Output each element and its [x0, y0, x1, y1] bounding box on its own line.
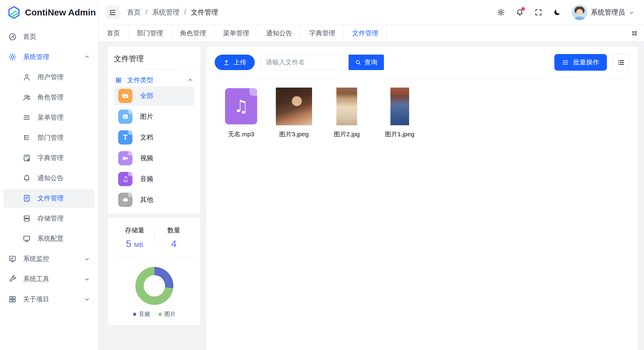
file-grid: ♫ 无名.mp3 图片3.jpeg 图片2.jpg: [215, 87, 629, 138]
image-thumbnail: [276, 88, 312, 125]
file-item-image-1[interactable]: 图片1.jpeg: [373, 87, 426, 138]
file-type-label: 其他: [140, 195, 153, 204]
user-menu[interactable]: 系统管理员: [572, 5, 634, 20]
page-content: 文件管理 文件类型 全部: [99, 42, 644, 350]
sidebar-collapse-button[interactable]: [106, 6, 119, 19]
storage-icon: [23, 214, 31, 223]
query-button[interactable]: 查询: [349, 55, 384, 70]
sidebar: ContiNew Admin 首页 系统管理: [0, 0, 99, 350]
tab-actions-grid-icon[interactable]: [625, 25, 644, 42]
dark-mode-moon-icon[interactable]: [553, 8, 561, 16]
file-item-image-2[interactable]: 图片2.jpg: [320, 87, 373, 138]
storage-stats-card: 存储量 5 MB 数量 4 音频: [108, 218, 200, 325]
grid-icon: [8, 295, 17, 303]
sidebar-item-system-monitor[interactable]: 系统监控: [4, 249, 95, 268]
avatar: [572, 5, 587, 20]
tab-menu-management[interactable]: 菜单管理: [215, 25, 258, 42]
file-item-audio[interactable]: ♫ 无名.mp3: [215, 87, 268, 138]
file-type-item-other[interactable]: 其他: [114, 190, 194, 209]
file-type-label: 音频: [140, 175, 153, 183]
music-icon: ♫: [118, 172, 132, 186]
file-type-item-image[interactable]: 图片: [114, 107, 194, 126]
file-item-image-3[interactable]: 图片3.jpeg: [268, 87, 320, 138]
batch-operation-button[interactable]: 批量操作: [554, 54, 607, 71]
sidebar-item-label: 系统配置: [37, 234, 64, 243]
tab-notice[interactable]: 通知公告: [258, 25, 301, 42]
sidebar-item-system-tools[interactable]: 系统工具: [4, 270, 95, 289]
notification-bell-icon[interactable]: [516, 8, 524, 16]
sidebar-item-system-management[interactable]: 系统管理: [4, 47, 95, 66]
list-view-toggle-button[interactable]: [612, 54, 629, 71]
app-logo-icon: [7, 6, 21, 19]
sidebar-item-label: 通知公告: [37, 174, 64, 183]
sidebar-item-storage-management[interactable]: 存储管理: [4, 209, 95, 228]
sidebar-item-about-project[interactable]: 关于项目: [4, 290, 95, 309]
sidebar-item-role-management[interactable]: 角色管理: [4, 88, 95, 107]
tab-file-management[interactable]: 文件管理: [344, 25, 387, 42]
chevron-down-icon: [84, 276, 90, 282]
search-input[interactable]: [261, 55, 349, 70]
upload-icon: [223, 59, 230, 66]
upload-button[interactable]: 上传: [215, 55, 255, 70]
tab-dictionary-management[interactable]: 字典管理: [301, 25, 344, 42]
monitor-icon: [23, 235, 31, 243]
file-type-item-document[interactable]: T 文档: [114, 128, 194, 147]
sidebar-item-system-config[interactable]: 系统配置: [4, 229, 95, 248]
menu-lines-icon: [23, 113, 31, 122]
sidebar-item-dictionary-management[interactable]: 字典管理: [4, 148, 95, 167]
file-name: 无名.mp3: [228, 130, 254, 138]
breadcrumb-item-system-management[interactable]: 系统管理: [152, 8, 179, 17]
sidebar-item-user-management[interactable]: 用户管理: [4, 68, 95, 87]
legend-dot: [133, 313, 136, 316]
file-type-item-audio[interactable]: ♫ 音频: [114, 170, 194, 189]
user-group-icon: [23, 93, 31, 102]
wrench-icon: [8, 275, 17, 283]
breadcrumb-separator: /: [145, 8, 147, 16]
storage-value: 5: [126, 238, 131, 249]
file-type-item-video[interactable]: 视频: [114, 149, 194, 168]
settings-gear-icon[interactable]: [497, 8, 505, 16]
monitor-chart-icon: [8, 255, 17, 263]
open-tabs-bar: 首页 部门管理 角色管理 菜单管理 通知公告 字典管理 文件管理: [99, 25, 644, 42]
chevron-down-icon: [84, 256, 90, 262]
sidebar-item-file-management[interactable]: 文件管理: [4, 189, 95, 208]
file-type-item-all[interactable]: 全部: [114, 86, 194, 105]
sidebar-item-label: 菜单管理: [37, 113, 64, 122]
file-type-group-header[interactable]: 文件类型: [114, 76, 194, 85]
sidebar-item-menu-management[interactable]: 菜单管理: [4, 108, 95, 127]
chevron-up-icon: [84, 54, 90, 60]
breadcrumb: 首页 / 系统管理 / 文件管理: [127, 8, 218, 17]
sidebar-item-label: 存储管理: [37, 214, 64, 223]
file-name: 图片1.jpeg: [385, 130, 414, 138]
tab-home[interactable]: 首页: [99, 25, 129, 42]
sidebar-item-label: 文件管理: [37, 194, 64, 203]
top-header: 首页 / 系统管理 / 文件管理 系统管理员: [99, 0, 644, 25]
storage-label: 存储量: [115, 226, 154, 235]
app-title: ContiNew Admin: [25, 7, 96, 18]
user-icon: [23, 73, 31, 81]
count-label: 数量: [154, 226, 193, 235]
checklist-icon: [562, 59, 569, 66]
image-thumbnail: [390, 88, 409, 125]
gear-icon: [8, 53, 17, 61]
logo-area[interactable]: ContiNew Admin: [0, 0, 98, 25]
storage-donut-chart: [135, 267, 173, 305]
sidebar-item-label: 字典管理: [37, 153, 64, 162]
search-icon: [355, 59, 361, 66]
sidebar-item-notice[interactable]: 通知公告: [4, 169, 95, 188]
sidebar-item-home[interactable]: 首页: [4, 27, 95, 46]
legend-item-audio[interactable]: 音频: [133, 310, 150, 318]
breadcrumb-item-current: 文件管理: [191, 8, 218, 17]
sidebar-item-label: 首页: [23, 32, 36, 41]
tab-role-management[interactable]: 角色管理: [172, 25, 215, 42]
legend-item-image[interactable]: 图片: [159, 310, 176, 318]
tab-department-management[interactable]: 部门管理: [129, 25, 172, 42]
audio-file-icon: ♫: [225, 88, 257, 124]
fullscreen-icon[interactable]: [534, 8, 542, 16]
bell-icon: [23, 174, 31, 182]
breadcrumb-item-home[interactable]: 首页: [127, 8, 141, 17]
sidebar-item-department-management[interactable]: 部门管理: [4, 128, 95, 147]
unread-notification-dot: [521, 7, 525, 11]
legend-label: 音频: [139, 310, 150, 318]
list-view-icon: [617, 58, 625, 66]
